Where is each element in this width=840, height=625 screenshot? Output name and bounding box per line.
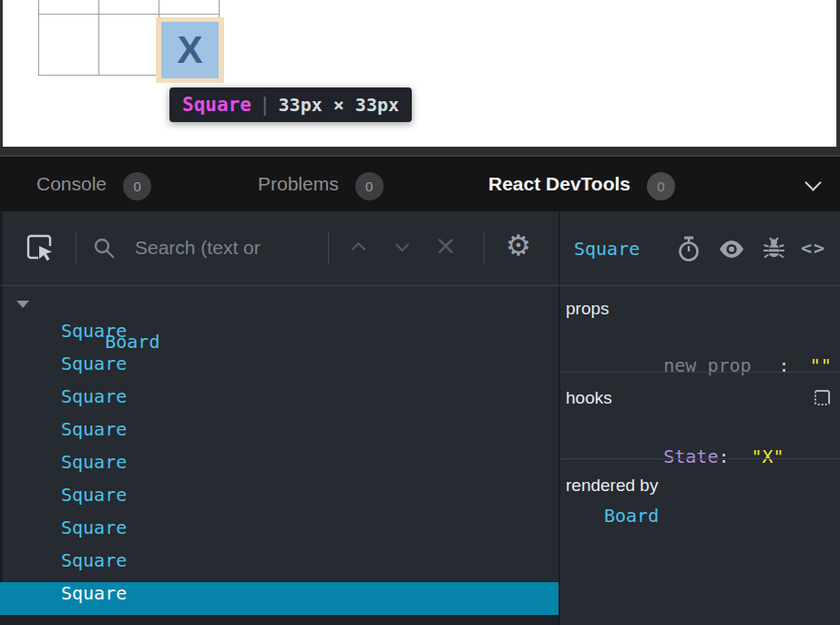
tab-console-label: Console: [36, 173, 107, 195]
bug-icon[interactable]: [762, 235, 786, 261]
props-section-title: props: [566, 299, 610, 319]
rendered-by-section-title: rendered by: [566, 476, 658, 496]
tooltip-component-name: Square: [182, 94, 251, 116]
pane-divider[interactable]: [558, 211, 560, 625]
viewport-left-edge: [0, 0, 3, 147]
board-square-highlighted[interactable]: X: [161, 22, 219, 78]
tooltip-separator: |: [262, 93, 268, 117]
search-next-icon[interactable]: [395, 238, 410, 252]
state-hook-value[interactable]: "X": [752, 446, 784, 467]
panel-top-strip: [0, 147, 840, 155]
tree-row-square-4[interactable]: Square: [0, 418, 558, 451]
viewport-right-edge: [836, 0, 840, 147]
board-gridline-v2: [98, 0, 99, 76]
profiler-timer-icon[interactable]: [676, 235, 702, 262]
colon: :: [779, 354, 790, 376]
tree-label: Square: [0, 582, 127, 604]
tree-label: Square: [0, 353, 127, 374]
tree-bottom-strip: [0, 615, 558, 625]
selected-component-name: Square: [574, 238, 640, 260]
tree-row-square-1[interactable]: Square: [0, 320, 558, 353]
tab-console[interactable]: Console 0: [36, 157, 151, 211]
tree-row-board[interactable]: Board: [0, 287, 558, 320]
parse-hook-names-icon[interactable]: [814, 390, 830, 405]
section-divider-1: [560, 372, 840, 373]
search-prev-icon[interactable]: [352, 242, 366, 257]
tree-label: Square: [0, 385, 127, 407]
state-hook-key: State: [663, 446, 718, 467]
expand-arrow-icon[interactable]: [16, 301, 29, 308]
eye-icon[interactable]: [718, 240, 745, 259]
search-clear-icon[interactable]: ×: [435, 230, 456, 261]
inspect-element-icon[interactable]: [26, 234, 54, 263]
toolbar-divider-2: [328, 232, 329, 265]
tab-react-devtools-label: React DevTools: [488, 173, 630, 195]
rendered-by-owner-link[interactable]: Board: [604, 505, 659, 527]
props-new-prop-row[interactable]: new prop:"": [598, 333, 832, 398]
new-prop-value-input[interactable]: "": [810, 354, 832, 376]
tree-row-square-7[interactable]: Square: [0, 517, 558, 549]
board-gridline-h1: [38, 14, 220, 15]
tree-label: Square: [0, 517, 127, 538]
colon: :: [718, 446, 729, 467]
devtools-tabbar: Console 0 Problems 0 React DevTools 0: [0, 157, 840, 211]
tree-row-square-5[interactable]: Square: [0, 451, 558, 484]
tree-label: Square: [0, 451, 127, 473]
tab-problems[interactable]: Problems 0: [258, 157, 384, 211]
tab-problems-badge: 0: [355, 172, 384, 200]
square-value: X: [177, 28, 202, 72]
tab-react-devtools[interactable]: React DevTools 0: [488, 157, 675, 211]
tree-label: Square: [0, 418, 127, 440]
section-divider-2: [560, 458, 840, 459]
tree-row-square-2[interactable]: Square: [0, 353, 558, 385]
tree-row-square-9-selected[interactable]: Square: [0, 582, 558, 615]
search-icon: [93, 237, 116, 260]
search-input[interactable]: Search (text or: [135, 237, 261, 259]
toolbar-divider-1: [76, 232, 77, 265]
tree-row-square-3[interactable]: Square: [0, 385, 558, 418]
tab-problems-label: Problems: [258, 173, 339, 195]
tree-row-square-6[interactable]: Square: [0, 484, 558, 517]
tree-label: Square: [0, 549, 127, 571]
tab-react-devtools-badge: 0: [647, 172, 675, 200]
inspect-tooltip: Square | 33px × 33px: [169, 87, 412, 122]
board-gridline-v1: [38, 0, 39, 76]
tree-label: Square: [0, 484, 127, 506]
react-devtools-panel: Search (text or × ⚙ Square: [0, 211, 840, 625]
devtools-window: X Square | 33px × 33px Console 0 Problem…: [0, 0, 840, 625]
toolbar-divider-3: [484, 232, 485, 265]
tree-label: Square: [0, 320, 127, 342]
view-source-icon[interactable]: <>: [801, 237, 826, 259]
gear-icon[interactable]: ⚙: [506, 231, 531, 260]
hooks-section-title: hooks: [566, 388, 612, 408]
toolbar-divider-horizontal: [0, 285, 840, 286]
tree-row-square-8[interactable]: Square: [0, 549, 558, 582]
tab-console-badge: 0: [123, 172, 151, 200]
tooltip-dimensions: 33px × 33px: [279, 94, 399, 116]
new-prop-key-input[interactable]: new prop: [663, 354, 751, 376]
